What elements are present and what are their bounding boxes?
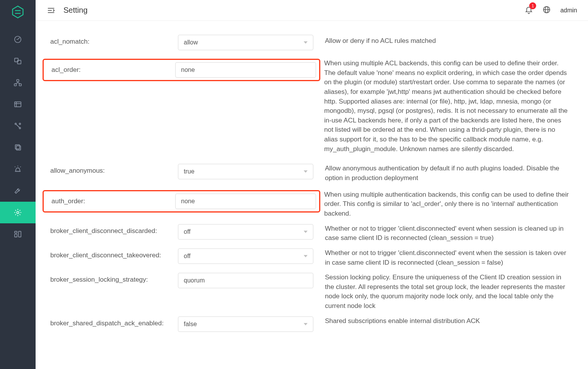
desc-shared-dispatch: Shared subscriptions enable internal dis… (325, 316, 569, 326)
nav-subscriptions[interactable] (0, 94, 36, 115)
sidebar (0, 0, 36, 369)
setting-row-allow-anonymous: allow_anonymous: true Allow anonymous au… (46, 164, 577, 184)
setting-row-shared-dispatch: broker_shared_dispatch_ack_enabled: fals… (46, 316, 577, 332)
svg-rect-16 (16, 146, 21, 150)
nav-resources[interactable] (0, 137, 36, 158)
svg-point-18 (17, 211, 19, 214)
nav-alerts[interactable] (0, 158, 36, 180)
nav-monitor[interactable] (0, 29, 36, 50)
desc-allow-anonymous: Allow anonymous authentication by defaul… (325, 164, 569, 183)
input-locking-strategy[interactable]: quorum (178, 273, 313, 288)
topbar: Setting 1 admin (36, 0, 588, 21)
label-broker-takeovered: broker_client_disconnect_takeovered: (50, 252, 161, 259)
input-acl-order[interactable]: none (175, 62, 316, 78)
nav-rules[interactable] (0, 115, 36, 137)
svg-point-14 (19, 123, 21, 125)
svg-rect-15 (15, 145, 20, 149)
svg-point-12 (15, 123, 17, 125)
label-shared-dispatch: broker_shared_dispatch_ack_enabled: (50, 320, 164, 327)
setting-row-acl-nomatch: acl_nomatch: allow Allow or deny if no A… (46, 35, 577, 50)
svg-rect-6 (17, 80, 19, 82)
select-allow-anonymous[interactable]: true (178, 164, 313, 179)
desc-auth-order: When using multiple authentication backe… (324, 190, 569, 219)
desc-locking-strategy: Session locking policy. Ensure the uniqu… (325, 273, 569, 311)
desc-acl-nomatch: Allow or deny if no ACL rules matched (325, 36, 569, 46)
label-auth-order: auth_order: (51, 197, 85, 205)
nav-topics[interactable] (0, 72, 36, 94)
notification-bell[interactable]: 1 (525, 5, 533, 15)
svg-point-13 (19, 128, 21, 129)
nav-general[interactable] (0, 223, 36, 245)
page-title: Setting (63, 6, 87, 15)
svg-rect-7 (14, 84, 17, 86)
svg-rect-9 (15, 102, 21, 107)
highlight-acl-order: acl_order: none (43, 59, 320, 81)
main-area: Setting 1 admin acl_nomatch: allow (36, 0, 588, 369)
svg-rect-19 (15, 231, 17, 233)
label-broker-discarded: broker_client_disconnect_discarded: (50, 227, 157, 235)
label-acl-order: acl_order: (51, 66, 81, 73)
setting-row-locking-strategy: broker_session_locking_strategy: quorum … (46, 273, 577, 313)
select-broker-takeovered[interactable]: off (178, 248, 313, 264)
setting-row-auth-order: auth_order: none When using multiple aut… (46, 190, 577, 220)
setting-row-acl-order: acl_order: none When using multiple ACL … (46, 59, 577, 155)
app-logo[interactable] (10, 5, 25, 19)
svg-marker-0 (13, 6, 23, 18)
label-locking-strategy: broker_session_locking_strategy: (50, 276, 148, 283)
settings-content: acl_nomatch: allow Allow or deny if no A… (36, 21, 588, 369)
setting-row-broker-discarded: broker_client_disconnect_discarded: off … (46, 224, 577, 245)
svg-rect-20 (15, 234, 17, 237)
desc-broker-discarded: Whether or not to trigger 'client.discon… (325, 224, 569, 243)
nav-tools[interactable] (0, 180, 36, 202)
desc-broker-takeovered: Whether or not to trigger 'client.discon… (325, 248, 569, 267)
setting-row-broker-takeovered: broker_client_disconnect_takeovered: off… (46, 248, 577, 269)
desc-acl-order: When using multiple ACL backends, this c… (324, 59, 569, 154)
select-acl-nomatch[interactable]: allow (178, 35, 313, 50)
menu-toggle-icon[interactable] (46, 6, 56, 15)
highlight-auth-order: auth_order: none (43, 190, 320, 213)
language-icon[interactable] (542, 5, 551, 15)
input-auth-order[interactable]: none (175, 194, 316, 209)
svg-rect-21 (19, 231, 21, 237)
label-allow-anonymous: allow_anonymous: (50, 167, 105, 174)
notification-badge: 1 (529, 2, 536, 9)
nav-settings[interactable] (0, 202, 36, 223)
select-broker-discarded[interactable]: off (178, 224, 313, 240)
nav-clients[interactable] (0, 50, 36, 72)
select-shared-dispatch[interactable]: false (178, 316, 313, 332)
label-acl-nomatch: acl_nomatch: (50, 38, 89, 45)
svg-rect-8 (19, 84, 21, 86)
username-link[interactable]: admin (560, 7, 577, 14)
